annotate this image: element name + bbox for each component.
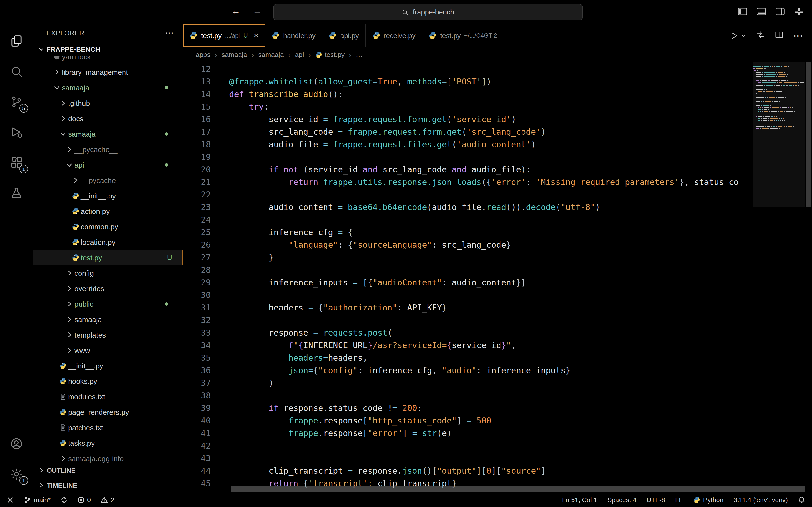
toggle-panel-button[interactable] (756, 6, 767, 19)
tree-item-samaaja.egg-info[interactable]: samaaja.egg-info (33, 451, 183, 463)
activity-run-and-debug-button[interactable] (4, 120, 29, 145)
tree-item-samaaja[interactable]: samaaja (33, 312, 183, 327)
breadcrumb-item-api[interactable]: api (295, 51, 304, 58)
customize-layout-button[interactable] (794, 6, 804, 19)
tree-item-test.py[interactable]: test.pyU (33, 249, 183, 265)
outline-section-header[interactable]: OUTLINE (33, 463, 183, 477)
status-problems-errors[interactable]: 0 (77, 496, 91, 504)
activity-accounts-button[interactable] (4, 432, 29, 456)
tree-item-samaaja[interactable]: samaaja (33, 80, 183, 95)
close-tab-button[interactable]: × (254, 32, 259, 40)
code-line-24[interactable]: 24 (183, 213, 750, 226)
tree-item-public[interactable]: public (33, 296, 183, 312)
tree-item-config[interactable]: config (33, 265, 183, 281)
breadcrumb-item-apps[interactable]: apps (196, 51, 210, 58)
code-line-21[interactable]: 21return frappe.utils.response.json_load… (183, 176, 750, 188)
forward-button[interactable]: → (253, 6, 262, 16)
activity-settings-button[interactable]: 1 (4, 462, 29, 486)
code-line-40[interactable]: 40frappe.response["http_status_code"] = … (183, 414, 750, 427)
code-line-13[interactable]: 13@frappe.whitelist(allow_guest=True, me… (183, 75, 750, 88)
code-editor[interactable]: 1213@frappe.whitelist(allow_guest=True, … (183, 62, 812, 493)
views-more-actions-button[interactable]: ⋯ (165, 27, 174, 38)
activity-testing-button[interactable] (4, 181, 29, 205)
code-line-22[interactable]: 22 (183, 188, 750, 201)
code-line-25[interactable]: 25inference_cfg = { (183, 226, 750, 238)
more-actions-button[interactable]: ⋯ (793, 30, 803, 41)
tree-item-location.py[interactable]: location.py (33, 234, 183, 249)
code-line-38[interactable]: 38 (183, 389, 750, 402)
tree-item-api[interactable]: api (33, 157, 183, 172)
status-eol[interactable]: LF (675, 496, 683, 504)
tree-item-common.py[interactable]: common.py (33, 219, 183, 234)
code-line-17[interactable]: 17src_lang_code = frappe.request.form.ge… (183, 125, 750, 138)
tree-item-www[interactable]: www (33, 342, 183, 358)
tree-item-modules.txt[interactable]: modules.txt (33, 389, 183, 404)
code-line-37[interactable]: 37) (183, 377, 750, 389)
breadcrumb-item-test.py[interactable]: test.py (315, 51, 345, 58)
tree-item-.github[interactable]: .github (33, 95, 183, 111)
status-python-interpreter[interactable]: 3.11.4 ('env': venv) (734, 496, 788, 504)
tree-item-overrides[interactable]: overrides (33, 281, 183, 296)
back-button[interactable]: ← (231, 6, 240, 16)
status-notifications[interactable] (798, 496, 805, 504)
breadcrumb-item-samaaja[interactable]: samaaja (258, 51, 284, 58)
status-encoding[interactable]: UTF-8 (647, 496, 665, 504)
tree-item-hooks.py[interactable]: hooks.py (33, 373, 183, 389)
tree-item-yarn.lock[interactable]: yarn.lock (33, 56, 183, 64)
code-line-30[interactable]: 30 (183, 289, 750, 301)
code-line-42[interactable]: 42 (183, 439, 750, 452)
code-line-32[interactable]: 32 (183, 314, 750, 326)
vertical-scrollbar[interactable] (805, 62, 812, 493)
code-line-15[interactable]: 15try: (183, 101, 750, 113)
code-line-18[interactable]: 18audio_file = frappe.request.files.get(… (183, 138, 750, 151)
tree-item-library_management[interactable]: library_management (33, 64, 183, 80)
code-line-41[interactable]: 41frappe.response["error"] = str(e) (183, 427, 750, 439)
toggle-primary-sidebar-button[interactable] (737, 6, 748, 19)
code-line-23[interactable]: 23audio_content = base64.b64encode(audio… (183, 201, 750, 213)
code-line-39[interactable]: 39if response.status_code != 200: (183, 402, 750, 414)
status-cursor-position[interactable]: Ln 51, Col 1 (562, 496, 597, 504)
activity-search-button[interactable] (4, 59, 29, 83)
status-sync[interactable] (60, 496, 67, 504)
tree-item-templates[interactable]: templates (33, 327, 183, 342)
minimap[interactable] (753, 62, 805, 493)
tab-receive.py[interactable]: receive.py (366, 24, 422, 47)
code-line-43[interactable]: 43 (183, 452, 750, 464)
tab-test.py[interactable]: test.py.../apiU× (183, 24, 265, 47)
split-editor-button[interactable] (774, 30, 784, 41)
tree-item-patches.txt[interactable]: patches.txt (33, 419, 183, 435)
status-language-mode[interactable]: Python (693, 496, 723, 504)
tree-item-__pycache__[interactable]: __pycache__ (33, 142, 183, 157)
code-line-34[interactable]: 34f"{INFERENCE_URL}/asr?serviceId={servi… (183, 339, 750, 351)
tab-api.py[interactable]: api.py (322, 24, 366, 47)
code-line-16[interactable]: 16service_id = frappe.request.form.get('… (183, 113, 750, 125)
status-remote-indicator[interactable] (7, 496, 14, 504)
status-problems-warnings[interactable]: 2 (101, 496, 114, 504)
tree-item-tasks.py[interactable]: tasks.py (33, 435, 183, 451)
tab-test.py[interactable]: test.py~/.../C4GT 2 (422, 24, 504, 47)
code-line-27[interactable]: 27} (183, 251, 750, 264)
activity-extensions-button[interactable]: 1 (4, 151, 29, 175)
code-line-31[interactable]: 31headers = {"authorization": API_KEY} (183, 301, 750, 314)
command-center-search[interactable]: frappe-bench (273, 4, 583, 20)
code-line-28[interactable]: 28 (183, 264, 750, 276)
activity-explorer-button[interactable] (4, 29, 29, 53)
code-line-36[interactable]: 36json={"config": inference_cfg, "audio"… (183, 364, 750, 377)
tree-item-action.py[interactable]: action.py (33, 203, 183, 219)
breadcrumb-item-samaaja[interactable]: samaaja (221, 51, 247, 58)
minimap-slider[interactable] (753, 62, 805, 207)
code-line-29[interactable]: 29inference_inputs = [{"audioContent": a… (183, 276, 750, 289)
horizontal-scrollbar-thumb[interactable] (231, 486, 805, 492)
breadcrumb-item-…[interactable]: … (356, 51, 362, 58)
code-line-19[interactable]: 19 (183, 151, 750, 163)
timeline-section-header[interactable]: TIMELINE (33, 477, 183, 493)
tree-item-__pycache__[interactable]: __pycache__ (33, 172, 183, 188)
code-line-35[interactable]: 35headers=headers, (183, 351, 750, 364)
activity-source-control-button[interactable]: 5 (4, 90, 29, 114)
tree-item-docs[interactable]: docs (33, 111, 183, 126)
code-line-33[interactable]: 33response = requests.post( (183, 326, 750, 339)
tab-handler.py[interactable]: handler.py (265, 24, 322, 47)
open-changes-button[interactable] (755, 30, 765, 41)
run-python-file-button[interactable] (729, 31, 746, 40)
tree-item-__init__.py[interactable]: __init__.py (33, 188, 183, 203)
